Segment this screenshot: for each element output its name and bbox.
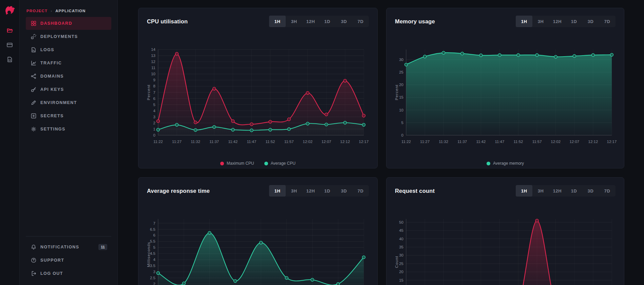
svg-text:11:42: 11:42 [476,140,486,144]
svg-text:6.5: 6.5 [150,227,155,231]
svg-text:45: 45 [399,228,403,232]
svg-text:12:17: 12:17 [607,140,617,144]
nestjs-logo-icon[interactable] [4,4,16,16]
asterisk-box-icon [31,113,37,119]
range-3h-button[interactable]: 3H [286,16,302,27]
range-3h-button[interactable]: 3H [532,185,549,197]
range-1h-button[interactable]: 1H [516,16,532,27]
sidebar-item-label: SETTINGS [40,127,65,131]
svg-text:0: 0 [153,133,155,137]
range-12h-button[interactable]: 12H [302,185,319,197]
svg-text:11:52: 11:52 [514,140,523,144]
time-range-group: 1H 3H 12H 1D 3D 7D [516,185,615,197]
range-7d-button[interactable]: 7D [352,185,369,197]
svg-text:12:07: 12:07 [321,140,331,144]
range-1d-button[interactable]: 1D [566,16,582,27]
sidebar-nav: DASHBOARD DEPLOYMENTS LOGS TRAFFIC [20,17,117,136]
range-3d-button[interactable]: 3D [336,16,352,27]
svg-text:5: 5 [153,103,155,107]
range-3h-button[interactable]: 3H [286,185,302,197]
svg-text:11:52: 11:52 [266,140,275,144]
svg-text:3: 3 [153,270,155,274]
range-7d-button[interactable]: 7D [352,16,369,27]
sidebar-item-domains[interactable]: DOMAINS [26,70,111,83]
domains-share-icon [31,73,37,79]
dashboard-grid-icon [31,20,37,26]
svg-text:11:27: 11:27 [172,140,182,144]
range-1h-button[interactable]: 1H [269,185,286,197]
svg-text:12:02: 12:02 [551,140,561,144]
range-3d-button[interactable]: 3D [582,16,599,27]
svg-text:11: 11 [151,66,155,70]
svg-text:10: 10 [151,72,155,76]
range-7d-button[interactable]: 7D [599,16,615,27]
range-3d-button[interactable]: 3D [336,185,352,197]
sidebar-item-support[interactable]: SUPPORT [26,254,111,267]
sidebar-item-logout[interactable]: LOG OUT [26,267,111,280]
svg-text:11:57: 11:57 [284,140,294,144]
sidebar-item-secrets[interactable]: SECRETS [26,109,111,122]
sidebar-item-traffic[interactable]: TRAFFIC [26,57,111,69]
legend-item[interactable]: Average memory [487,161,524,166]
sidebar-divider [26,236,111,237]
range-12h-button[interactable]: 12H [549,185,566,197]
gear-icon [31,126,37,132]
help-circle-icon [31,257,37,263]
sidebar-item-logs[interactable]: LOGS [26,43,111,56]
sidebar-item-label: LOG OUT [40,271,63,276]
cpu-chart-legend: Maximum CPUAverage CPU [138,161,377,166]
range-12h-button[interactable]: 12H [549,16,566,27]
svg-text:11:27: 11:27 [420,140,430,144]
svg-text:4.5: 4.5 [150,251,155,256]
card-title: CPU utilisation [147,18,188,25]
range-1d-button[interactable]: 1D [319,16,336,27]
legend-item[interactable]: Maximum CPU [220,161,254,166]
sidebar-item-notifications[interactable]: NOTIFICATIONS 11 [26,241,111,253]
svg-text:3.5: 3.5 [150,264,155,268]
sidebar: PROJECT › APPLICATION DASHBOARD DEPLOYME… [20,0,118,285]
card-title: Request count [395,188,435,194]
range-3h-button[interactable]: 3H [532,16,549,27]
sidebar-item-api-keys[interactable]: API KEYS [26,83,111,96]
range-1d-button[interactable]: 1D [319,185,336,197]
sidebar-item-settings[interactable]: SETTINGS [26,123,111,136]
legend-dot [264,162,268,165]
svg-text:11:47: 11:47 [495,140,504,144]
breadcrumb: PROJECT › APPLICATION [20,9,117,13]
breadcrumb-project[interactable]: PROJECT [26,9,48,13]
credit-card-icon[interactable] [5,40,14,49]
memory-chart: 051015202530Percent11:2211:2711:3211:371… [395,42,624,157]
svg-text:14: 14 [151,47,155,52]
sidebar-item-label: ENVIRONMENT [40,100,77,105]
sidebar-item-deployments[interactable]: DEPLOYMENTS [26,30,111,43]
range-7d-button[interactable]: 7D [599,185,615,197]
legend-item[interactable]: Average CPU [264,161,296,166]
card-title: Average response time [147,188,210,194]
svg-text:9: 9 [153,78,155,82]
sidebar-item-label: LOGS [40,47,54,52]
svg-text:35: 35 [399,245,403,249]
sidebar-item-dashboard[interactable]: DASHBOARD [26,17,111,30]
range-12h-button[interactable]: 12H [302,16,319,27]
sidebar-item-label: SUPPORT [40,258,64,263]
range-1h-button[interactable]: 1H [269,16,286,27]
svg-text:2.5: 2.5 [150,276,155,280]
memory-chart-legend: Average memory [386,161,624,166]
range-1h-button[interactable]: 1H [516,185,532,197]
breadcrumb-separator: › [51,9,52,13]
svg-text:10: 10 [399,108,403,112]
svg-text:11:47: 11:47 [247,140,256,144]
sidebar-item-environment[interactable]: ENVIRONMENT [26,96,111,109]
file-code-icon[interactable] [5,55,14,64]
range-1d-button[interactable]: 1D [566,185,582,197]
time-range-group: 1H 3H 12H 1D 3D 7D [269,185,369,197]
range-3d-button[interactable]: 3D [582,185,599,197]
breadcrumb-application[interactable]: APPLICATION [55,9,86,13]
svg-text:11:22: 11:22 [401,140,411,144]
svg-text:4: 4 [153,109,156,113]
folder-open-icon[interactable] [5,26,14,35]
legend-dot [487,162,490,165]
svg-text:Percent: Percent [395,84,399,100]
svg-text:Count: Count [395,256,399,268]
sidebar-item-label: DOMAINS [40,74,64,79]
